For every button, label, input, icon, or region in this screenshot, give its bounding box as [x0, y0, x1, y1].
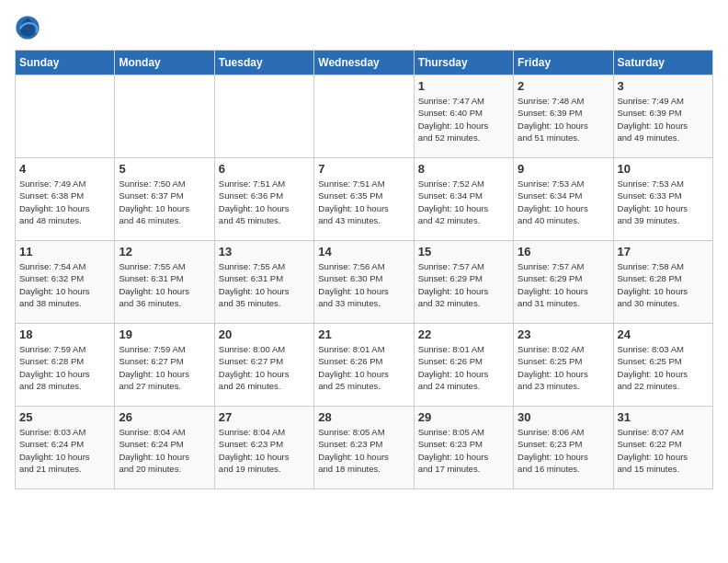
- day-number: 3: [618, 79, 709, 93]
- calendar-cell: 25Sunrise: 8:03 AM Sunset: 6:24 PM Dayli…: [16, 407, 115, 489]
- cell-details: Sunrise: 8:05 AM Sunset: 6:23 PM Dayligh…: [418, 426, 509, 475]
- calendar-week-row: 25Sunrise: 8:03 AM Sunset: 6:24 PM Dayli…: [16, 407, 713, 489]
- calendar-cell: 12Sunrise: 7:55 AM Sunset: 6:31 PM Dayli…: [115, 241, 214, 324]
- day-number: 28: [318, 410, 409, 424]
- calendar-cell: 6Sunrise: 7:51 AM Sunset: 6:36 PM Daylig…: [214, 158, 313, 241]
- calendar-week-row: 11Sunrise: 7:54 AM Sunset: 6:32 PM Dayli…: [16, 241, 713, 324]
- cell-details: Sunrise: 7:51 AM Sunset: 6:36 PM Dayligh…: [219, 178, 310, 226]
- cell-details: Sunrise: 8:07 AM Sunset: 6:22 PM Dayligh…: [618, 426, 709, 475]
- col-header-friday: Friday: [514, 51, 613, 75]
- day-number: 21: [318, 327, 409, 341]
- cell-details: Sunrise: 8:00 AM Sunset: 6:27 PM Dayligh…: [219, 343, 310, 392]
- calendar-cell: 7Sunrise: 7:51 AM Sunset: 6:35 PM Daylig…: [314, 158, 414, 241]
- calendar-cell: 20Sunrise: 8:00 AM Sunset: 6:27 PM Dayli…: [214, 324, 313, 407]
- calendar-cell: 26Sunrise: 8:04 AM Sunset: 6:24 PM Dayli…: [115, 407, 214, 489]
- cell-details: Sunrise: 8:01 AM Sunset: 6:26 PM Dayligh…: [418, 343, 509, 392]
- calendar-week-row: 18Sunrise: 7:59 AM Sunset: 6:28 PM Dayli…: [16, 324, 713, 407]
- calendar-cell: 30Sunrise: 8:06 AM Sunset: 6:23 PM Dayli…: [514, 407, 613, 489]
- calendar-week-row: 1Sunrise: 7:47 AM Sunset: 6:40 PM Daylig…: [16, 75, 713, 158]
- cell-details: Sunrise: 7:53 AM Sunset: 6:33 PM Dayligh…: [618, 178, 709, 226]
- day-number: 17: [618, 245, 709, 259]
- calendar-cell: 22Sunrise: 8:01 AM Sunset: 6:26 PM Dayli…: [414, 324, 513, 407]
- cell-details: Sunrise: 7:50 AM Sunset: 6:37 PM Dayligh…: [119, 178, 210, 226]
- cell-details: Sunrise: 7:59 AM Sunset: 6:28 PM Dayligh…: [19, 343, 110, 392]
- calendar-header-row: SundayMondayTuesdayWednesdayThursdayFrid…: [16, 51, 713, 75]
- col-header-monday: Monday: [115, 51, 214, 75]
- col-header-thursday: Thursday: [414, 51, 513, 75]
- day-number: 16: [518, 245, 609, 259]
- calendar-cell: 21Sunrise: 8:01 AM Sunset: 6:26 PM Dayli…: [314, 324, 414, 407]
- day-number: 24: [618, 327, 709, 341]
- day-number: 7: [318, 162, 409, 176]
- calendar-cell: 17Sunrise: 7:58 AM Sunset: 6:28 PM Dayli…: [613, 241, 712, 324]
- cell-details: Sunrise: 8:04 AM Sunset: 6:24 PM Dayligh…: [119, 426, 210, 475]
- calendar-cell: 24Sunrise: 8:03 AM Sunset: 6:25 PM Dayli…: [613, 324, 712, 407]
- cell-details: Sunrise: 7:55 AM Sunset: 6:31 PM Dayligh…: [219, 260, 310, 309]
- day-number: 15: [418, 245, 509, 259]
- day-number: 9: [518, 162, 609, 176]
- cell-details: Sunrise: 8:03 AM Sunset: 6:25 PM Dayligh…: [618, 343, 709, 392]
- logo-icon: [15, 15, 40, 40]
- calendar-cell: 29Sunrise: 8:05 AM Sunset: 6:23 PM Dayli…: [414, 407, 513, 489]
- col-header-wednesday: Wednesday: [314, 51, 414, 75]
- cell-details: Sunrise: 7:59 AM Sunset: 6:27 PM Dayligh…: [119, 343, 210, 392]
- cell-details: Sunrise: 8:06 AM Sunset: 6:23 PM Dayligh…: [518, 426, 609, 475]
- day-number: 1: [418, 79, 509, 93]
- calendar-cell: 4Sunrise: 7:49 AM Sunset: 6:38 PM Daylig…: [16, 158, 115, 241]
- cell-details: Sunrise: 7:55 AM Sunset: 6:31 PM Dayligh…: [119, 260, 210, 309]
- calendar-cell: 14Sunrise: 7:56 AM Sunset: 6:30 PM Dayli…: [314, 241, 414, 324]
- calendar-cell: [314, 75, 414, 158]
- day-number: 18: [19, 327, 110, 341]
- calendar-cell: 28Sunrise: 8:05 AM Sunset: 6:23 PM Dayli…: [314, 407, 414, 489]
- calendar-cell: [115, 75, 214, 158]
- calendar-cell: 1Sunrise: 7:47 AM Sunset: 6:40 PM Daylig…: [414, 75, 513, 158]
- col-header-sunday: Sunday: [16, 51, 115, 75]
- calendar-cell: 16Sunrise: 7:57 AM Sunset: 6:29 PM Dayli…: [514, 241, 613, 324]
- calendar-cell: 10Sunrise: 7:53 AM Sunset: 6:33 PM Dayli…: [613, 158, 712, 241]
- col-header-saturday: Saturday: [613, 51, 712, 75]
- calendar-cell: 13Sunrise: 7:55 AM Sunset: 6:31 PM Dayli…: [214, 241, 313, 324]
- day-number: 27: [219, 410, 310, 424]
- cell-details: Sunrise: 7:58 AM Sunset: 6:28 PM Dayligh…: [618, 260, 709, 309]
- cell-details: Sunrise: 7:52 AM Sunset: 6:34 PM Dayligh…: [418, 178, 509, 226]
- day-number: 12: [119, 245, 210, 259]
- calendar-cell: [214, 75, 313, 158]
- calendar-cell: 3Sunrise: 7:49 AM Sunset: 6:39 PM Daylig…: [613, 75, 712, 158]
- day-number: 20: [219, 327, 310, 341]
- calendar-cell: 11Sunrise: 7:54 AM Sunset: 6:32 PM Dayli…: [16, 241, 115, 324]
- cell-details: Sunrise: 7:49 AM Sunset: 6:38 PM Dayligh…: [19, 178, 110, 226]
- header: [15, 15, 713, 40]
- calendar-cell: 8Sunrise: 7:52 AM Sunset: 6:34 PM Daylig…: [414, 158, 513, 241]
- calendar-cell: 18Sunrise: 7:59 AM Sunset: 6:28 PM Dayli…: [16, 324, 115, 407]
- cell-details: Sunrise: 8:05 AM Sunset: 6:23 PM Dayligh…: [318, 426, 409, 475]
- day-number: 11: [19, 245, 110, 259]
- cell-details: Sunrise: 7:57 AM Sunset: 6:29 PM Dayligh…: [418, 260, 509, 309]
- day-number: 14: [318, 245, 409, 259]
- cell-details: Sunrise: 7:56 AM Sunset: 6:30 PM Dayligh…: [318, 260, 409, 309]
- cell-details: Sunrise: 7:48 AM Sunset: 6:39 PM Dayligh…: [518, 95, 609, 144]
- cell-details: Sunrise: 7:57 AM Sunset: 6:29 PM Dayligh…: [518, 260, 609, 309]
- calendar-week-row: 4Sunrise: 7:49 AM Sunset: 6:38 PM Daylig…: [16, 158, 713, 241]
- day-number: 8: [418, 162, 509, 176]
- day-number: 13: [219, 245, 310, 259]
- cell-details: Sunrise: 8:02 AM Sunset: 6:25 PM Dayligh…: [518, 343, 609, 392]
- cell-details: Sunrise: 7:49 AM Sunset: 6:39 PM Dayligh…: [618, 95, 709, 144]
- calendar-cell: 19Sunrise: 7:59 AM Sunset: 6:27 PM Dayli…: [115, 324, 214, 407]
- cell-details: Sunrise: 8:01 AM Sunset: 6:26 PM Dayligh…: [318, 343, 409, 392]
- cell-details: Sunrise: 7:53 AM Sunset: 6:34 PM Dayligh…: [518, 178, 609, 226]
- cell-details: Sunrise: 7:54 AM Sunset: 6:32 PM Dayligh…: [19, 260, 110, 309]
- day-number: 10: [618, 162, 709, 176]
- cell-details: Sunrise: 8:04 AM Sunset: 6:23 PM Dayligh…: [219, 426, 310, 475]
- calendar-cell: 23Sunrise: 8:02 AM Sunset: 6:25 PM Dayli…: [514, 324, 613, 407]
- day-number: 26: [119, 410, 210, 424]
- day-number: 5: [119, 162, 210, 176]
- calendar-cell: 2Sunrise: 7:48 AM Sunset: 6:39 PM Daylig…: [514, 75, 613, 158]
- cell-details: Sunrise: 7:47 AM Sunset: 6:40 PM Dayligh…: [418, 95, 509, 144]
- day-number: 30: [518, 410, 609, 424]
- day-number: 2: [518, 79, 609, 93]
- day-number: 29: [418, 410, 509, 424]
- day-number: 19: [119, 327, 210, 341]
- day-number: 23: [518, 327, 609, 341]
- day-number: 22: [418, 327, 509, 341]
- calendar-table: SundayMondayTuesdayWednesdayThursdayFrid…: [15, 50, 713, 489]
